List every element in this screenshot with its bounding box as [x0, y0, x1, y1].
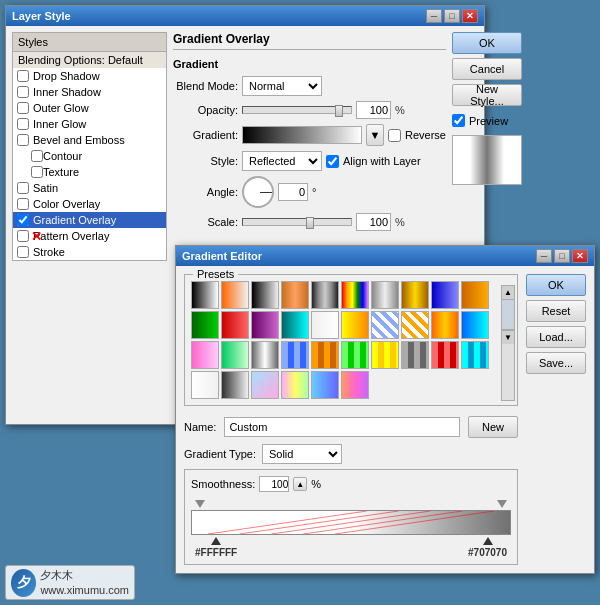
blending-options-item[interactable]: Blending Options: Default	[13, 52, 166, 68]
drop-shadow-checkbox[interactable]	[17, 70, 29, 82]
preset-swatch-gold[interactable]	[401, 281, 429, 309]
scroll-thumb[interactable]	[502, 300, 514, 330]
preset-swatch-rainbow[interactable]	[341, 281, 369, 309]
bottom-right-triangle[interactable]	[483, 537, 493, 545]
preset-swatch-red[interactable]	[221, 311, 249, 339]
preset-swatch-redcheck[interactable]	[431, 341, 459, 369]
preset-swatch-whitetrans[interactable]	[191, 371, 219, 399]
top-right-triangle[interactable]	[497, 500, 507, 508]
new-gradient-button[interactable]: New	[468, 416, 518, 438]
preset-swatch-cyancheck[interactable]	[461, 341, 489, 369]
preset-swatch-cyan[interactable]	[281, 311, 309, 339]
preset-swatch-graycheck[interactable]	[401, 341, 429, 369]
preview-checkbox[interactable]	[452, 114, 465, 127]
ge-close-button[interactable]: ✕	[572, 249, 588, 263]
scale-slider-thumb[interactable]	[306, 217, 314, 229]
ge-reset-button[interactable]: Reset	[526, 300, 586, 322]
style-item-inner-glow[interactable]: Inner Glow	[13, 116, 166, 132]
gradient-overlay-checkbox[interactable]	[17, 214, 29, 226]
opacity-slider-track[interactable]	[242, 106, 352, 114]
maximize-button[interactable]: □	[444, 9, 460, 23]
style-select[interactable]: Linear Radial Reflected Angle Diamond	[242, 151, 322, 171]
preset-swatch-orange2[interactable]	[431, 311, 459, 339]
ge-ok-button[interactable]: OK	[526, 274, 586, 296]
name-input[interactable]	[224, 417, 460, 437]
scale-slider-track[interactable]	[242, 218, 352, 226]
inner-shadow-checkbox[interactable]	[17, 86, 29, 98]
ge-minimize-button[interactable]: ─	[536, 249, 552, 263]
preset-swatch-green2[interactable]	[221, 341, 249, 369]
angle-input[interactable]	[278, 183, 308, 201]
opacity-input[interactable]	[356, 101, 391, 119]
smoothness-input[interactable]	[259, 476, 289, 492]
preset-swatch-btrans[interactable]	[251, 281, 279, 309]
bevel-emboss-checkbox[interactable]	[17, 134, 29, 146]
smoothness-up[interactable]: ▲	[293, 477, 307, 491]
preset-swatch-gray-refl[interactable]	[251, 341, 279, 369]
reverse-checkbox[interactable]	[388, 129, 401, 142]
preset-swatch-yellowcheck[interactable]	[371, 341, 399, 369]
preset-swatch-bw[interactable]	[191, 281, 219, 309]
style-item-outer-glow[interactable]: Outer Glow	[13, 100, 166, 116]
preset-swatch-silver[interactable]	[371, 281, 399, 309]
preset-swatch-qy[interactable]	[341, 311, 369, 339]
opacity-slider-thumb[interactable]	[335, 105, 343, 117]
contour-checkbox[interactable]	[31, 150, 43, 162]
blend-mode-select[interactable]: Normal Multiply Screen	[242, 76, 322, 96]
top-left-triangle[interactable]	[195, 500, 205, 508]
style-item-drop-shadow[interactable]: Drop Shadow	[13, 68, 166, 84]
inner-glow-checkbox[interactable]	[17, 118, 29, 130]
outer-glow-checkbox[interactable]	[17, 102, 29, 114]
color-overlay-checkbox[interactable]	[17, 198, 29, 210]
preset-swatch-orangecheck[interactable]	[311, 341, 339, 369]
preset-swatch-chrome[interactable]	[311, 281, 339, 309]
preset-swatch-orange[interactable]	[461, 281, 489, 309]
gradient-bar[interactable]	[242, 126, 362, 144]
align-layer-checkbox[interactable]	[326, 155, 339, 168]
gradient-type-select[interactable]: Solid Noise	[262, 444, 342, 464]
preset-swatch-purple[interactable]	[251, 311, 279, 339]
texture-checkbox[interactable]	[31, 166, 43, 178]
preset-swatch-blue2[interactable]	[461, 311, 489, 339]
presets-scrollbar[interactable]: ▲ ▼	[501, 285, 515, 401]
style-item-gradient-overlay[interactable]: Gradient Overlay	[13, 212, 166, 228]
preset-swatch-extra3[interactable]	[311, 371, 339, 399]
bottom-left-triangle[interactable]	[211, 537, 221, 545]
cancel-button[interactable]: Cancel	[452, 58, 522, 80]
style-item-contour[interactable]: Contour	[13, 148, 166, 164]
angle-control[interactable]	[242, 176, 274, 208]
preset-swatch-dots[interactable]	[371, 311, 399, 339]
preset-swatch-blacktrans2[interactable]	[221, 371, 249, 399]
preset-swatch-bluecheck[interactable]	[281, 341, 309, 369]
ge-load-button[interactable]: Load...	[526, 326, 586, 348]
scroll-up-arrow[interactable]: ▲	[502, 286, 514, 300]
scale-input[interactable]	[356, 213, 391, 231]
scroll-down-arrow[interactable]: ▼	[502, 330, 514, 344]
ok-button[interactable]: OK	[452, 32, 522, 54]
style-item-inner-shadow[interactable]: Inner Shadow	[13, 84, 166, 100]
stroke-checkbox[interactable]	[17, 246, 29, 258]
preset-swatch-extra1[interactable]	[251, 371, 279, 399]
style-item-stroke[interactable]: Stroke	[13, 244, 166, 260]
preset-swatch-stripe[interactable]	[401, 311, 429, 339]
pattern-overlay-checkbox[interactable]	[17, 230, 29, 242]
ge-maximize-button[interactable]: □	[554, 249, 570, 263]
preset-swatch-extra2[interactable]	[281, 371, 309, 399]
style-item-texture[interactable]: Texture	[13, 164, 166, 180]
gradient-dropdown-btn[interactable]: ▼	[366, 124, 384, 146]
preset-swatch-pink[interactable]	[191, 341, 219, 369]
close-button[interactable]: ✕	[462, 9, 478, 23]
preset-swatch-copper[interactable]	[281, 281, 309, 309]
preset-swatch-greencheck[interactable]	[341, 341, 369, 369]
preset-swatch-extra4[interactable]	[341, 371, 369, 399]
preset-swatch-green[interactable]	[191, 311, 219, 339]
satin-checkbox[interactable]	[17, 182, 29, 194]
preset-swatch-ftrans[interactable]	[221, 281, 249, 309]
new-style-button[interactable]: New Style...	[452, 84, 522, 106]
ge-save-button[interactable]: Save...	[526, 352, 586, 374]
preset-swatch-blue[interactable]	[431, 281, 459, 309]
style-item-bevel-emboss[interactable]: Bevel and Emboss	[13, 132, 166, 148]
style-item-pattern-overlay[interactable]: Pattern Overlay ✕	[13, 228, 166, 244]
gradient-preview-full-bar[interactable]	[191, 510, 511, 535]
style-item-satin[interactable]: Satin	[13, 180, 166, 196]
